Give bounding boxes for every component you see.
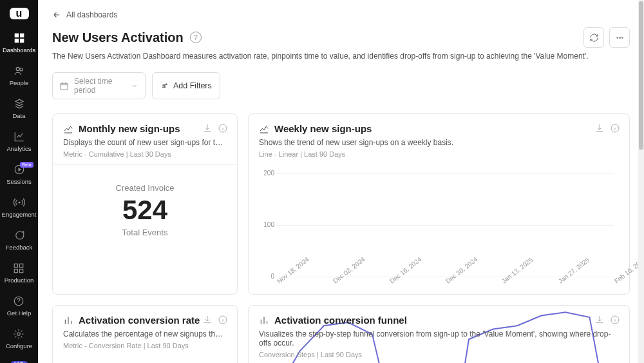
sidebar-label: Configure [6,342,32,349]
chart-icon [14,131,25,142]
card-title: Activation conversion rate [79,315,200,326]
monthly-signups-card: Monthly new sign-ups Displays the count … [52,113,238,295]
sidebar-item-get help[interactable]: Get Help [5,295,33,317]
svg-rect-17 [61,83,68,90]
metric-value: 524 [63,195,227,225]
download-button[interactable] [202,315,213,325]
metric-label: Created Invoice [63,183,227,193]
page-title: New Users Activation [52,30,184,45]
sidebar-item-dashboards[interactable]: Dashboards [2,32,37,54]
chat-icon [14,230,25,241]
gear-icon [13,328,24,340]
bar-chart-icon [259,315,269,326]
sidebar-label: People [10,79,29,86]
help-icon[interactable]: ? [190,32,202,43]
svg-point-15 [619,37,620,38]
sidebar-label: Analytics [6,145,31,152]
svg-point-7 [18,202,20,204]
activation-rate-card: Activation conversion rate Calculates th… [52,305,238,363]
filter-icon [160,81,169,90]
info-button[interactable] [218,123,228,133]
bar-chart-icon [63,315,73,326]
time-period-select[interactable]: Select time period [52,72,146,99]
card-title: Monthly new sign-ups [79,123,180,134]
sidebar-item-people[interactable]: People [2,65,37,86]
activation-funnel-card: Activation conversion funnel Visualizes … [248,305,630,363]
filters-row: Select time period Add Filters [52,72,630,99]
arrow-left-icon [52,10,61,19]
back-to-dashboards-link[interactable]: All dashboards [52,10,117,19]
sidebar-item-data[interactable]: Data [2,98,37,119]
card-title: Activation conversion funnel [274,315,407,326]
info-icon [610,123,620,133]
svg-point-5 [19,68,23,72]
svg-rect-1 [20,34,23,37]
download-button[interactable] [202,123,213,133]
question-icon [13,295,24,307]
svg-rect-11 [20,270,23,273]
stack-icon [14,98,25,110]
refresh-button[interactable] [583,27,604,48]
weekly-signups-card: Weekly new sign-ups Shows the trend of n… [248,113,630,295]
sidebar-item-engagement[interactable]: Engagement [2,197,37,218]
svg-rect-10 [15,270,18,273]
sidebar-item-configure[interactable]: Configure [5,328,33,349]
more-menu-button[interactable] [609,27,630,48]
info-icon [218,315,228,325]
scrollbar[interactable] [638,0,644,363]
svg-point-13 [17,333,21,336]
time-placeholder: Select time period [74,77,126,95]
download-icon [594,123,605,133]
svg-rect-0 [15,34,18,37]
sidebar-label: Get Help [7,309,32,317]
info-icon [218,123,228,133]
sidebar-item-feedback[interactable]: Feedback [2,230,37,251]
play-icon: Beta [14,164,25,175]
svg-point-4 [16,67,19,70]
app-logo[interactable]: u [10,8,29,19]
users-icon [14,65,25,77]
sidebar-label: Production [5,277,33,284]
card-meta: Metric - Conversion Rate | Last 90 Days [63,342,227,349]
more-icon [615,33,625,43]
line-chart-icon [259,124,269,134]
sidebar-label: Data [12,112,25,119]
calendar-icon [59,81,69,91]
metric-sub: Total Events [63,228,227,237]
info-button[interactable] [218,315,228,325]
card-desc: Visualizes the step-by-step funnel conve… [259,329,619,348]
download-icon [594,315,605,325]
card-meta: Metric - Cumulative | Last 30 Days [63,150,227,158]
card-desc: Calculates the percentage of new signups… [63,329,227,338]
add-filters-label: Add Filters [173,81,212,90]
download-icon [202,315,213,325]
back-label: All dashboards [66,10,117,19]
sidebar-label: Feedback [6,244,33,251]
info-button[interactable] [610,123,620,133]
card-title: Weekly new sign-ups [274,123,372,134]
chevron-down-icon [131,82,138,90]
card-meta: Conversion Steps | Last 90 Days [259,351,619,358]
svg-point-14 [616,37,618,38]
main-content: All dashboards New Users Activation ? Th… [38,0,644,363]
grid-icon [13,262,24,274]
svg-rect-3 [20,39,23,43]
refresh-icon [589,33,599,43]
svg-point-16 [621,37,623,38]
sidebar-item-sessions[interactable]: BetaSessions [2,164,37,185]
info-button[interactable] [610,315,620,325]
weekly-chart: 0100200 [276,173,614,277]
svg-rect-8 [15,264,18,267]
add-filters-button[interactable]: Add Filters [152,72,220,99]
x-axis-label: Feb 10, 2025 [613,279,618,284]
broadcast-icon [14,197,25,208]
metric-icon [63,124,73,134]
download-button[interactable] [594,123,605,133]
grid-icon [14,32,25,44]
download-button[interactable] [594,315,605,325]
svg-rect-9 [20,264,23,267]
sidebar-item-production[interactable]: Production [5,262,33,284]
card-desc: Shows the trend of new user sign-ups on … [259,138,619,147]
card-meta: Line - Linear | Last 90 Days [259,150,619,158]
sidebar-item-analytics[interactable]: Analytics [2,131,37,152]
